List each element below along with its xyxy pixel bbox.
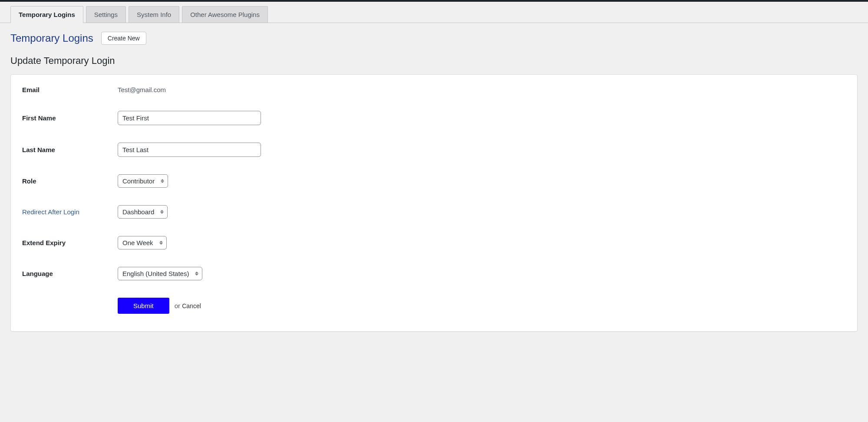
redirect-select-value: Dashboard <box>122 208 154 216</box>
role-select-value: Contributor <box>122 177 155 185</box>
value-email: Test@gmail.com <box>118 86 846 93</box>
language-select-value: English (United States) <box>122 270 189 277</box>
label-email: Email <box>22 86 118 93</box>
or-text: or <box>175 302 182 309</box>
create-new-button[interactable]: Create New <box>101 32 146 45</box>
language-select[interactable]: English (United States) <box>118 267 202 280</box>
content-area: Temporary Logins Create New Update Tempo… <box>0 23 868 340</box>
label-language: Language <box>22 270 118 277</box>
row-email: Email Test@gmail.com <box>22 86 846 93</box>
tab-settings[interactable]: Settings <box>86 6 126 23</box>
header-row: Temporary Logins Create New <box>10 32 858 45</box>
label-redirect: Redirect After Login <box>22 208 118 216</box>
first-name-input[interactable] <box>118 111 261 125</box>
last-name-input[interactable] <box>118 143 261 157</box>
or-cancel-text: or Cancel <box>175 302 201 309</box>
role-select[interactable]: Contributor <box>118 174 168 188</box>
select-caret-icon <box>161 179 164 183</box>
label-last-name: Last Name <box>22 146 118 153</box>
row-language: Language English (United States) <box>22 267 846 280</box>
label-role: Role <box>22 177 118 185</box>
expiry-select[interactable]: One Week <box>118 236 167 249</box>
expiry-select-value: One Week <box>122 239 153 246</box>
redirect-select[interactable]: Dashboard <box>118 205 168 219</box>
form-panel: Email Test@gmail.com First Name Last Nam… <box>10 74 858 332</box>
row-role: Role Contributor <box>22 174 846 188</box>
page-container: Temporary Logins Settings System Info Ot… <box>0 2 868 340</box>
row-last-name: Last Name <box>22 143 846 157</box>
label-expiry: Extend Expiry <box>22 239 118 246</box>
row-first-name: First Name <box>22 111 846 125</box>
form-subtitle: Update Temporary Login <box>10 55 858 66</box>
page-title: Temporary Logins <box>10 32 93 44</box>
label-first-name: First Name <box>22 114 118 122</box>
row-expiry: Extend Expiry One Week <box>22 236 846 249</box>
tab-temporary-logins[interactable]: Temporary Logins <box>10 6 83 23</box>
tab-other-plugins[interactable]: Other Awesome Plugins <box>182 6 268 23</box>
row-redirect: Redirect After Login Dashboard <box>22 205 846 219</box>
tab-system-info[interactable]: System Info <box>129 6 179 23</box>
submit-row: Submit or Cancel <box>118 298 846 314</box>
select-caret-icon <box>195 272 198 276</box>
select-caret-icon <box>160 210 164 214</box>
cancel-link[interactable]: Cancel <box>182 302 201 309</box>
select-caret-icon <box>159 241 163 245</box>
submit-button[interactable]: Submit <box>118 298 169 314</box>
tabs-bar: Temporary Logins Settings System Info Ot… <box>0 2 868 23</box>
